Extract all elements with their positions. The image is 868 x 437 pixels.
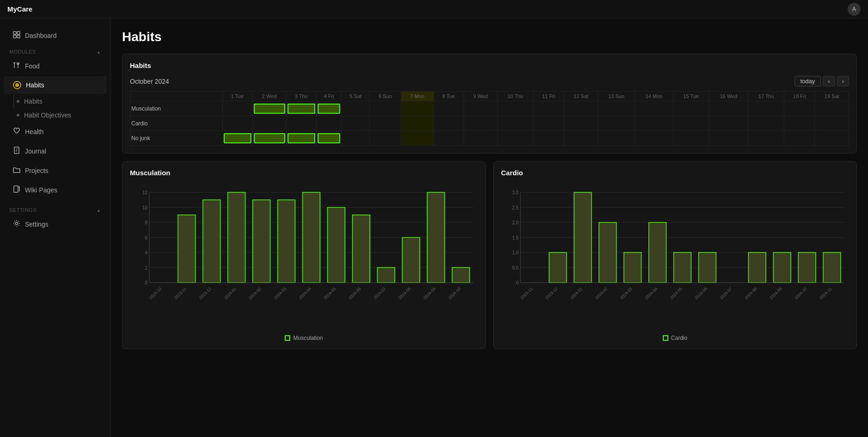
svg-rect-76 [599, 222, 617, 283]
projects-icon [13, 166, 20, 175]
musculation-chart-card: Musculation 0246810122023-102023-112023-… [122, 161, 486, 349]
sidebar-item-settings[interactable]: Settings [4, 215, 107, 234]
svg-text:2023-10: 2023-10 [148, 286, 162, 300]
svg-text:2023-11: 2023-11 [173, 286, 187, 300]
svg-point-15 [16, 222, 18, 225]
svg-text:2024-07: 2024-07 [373, 286, 386, 300]
habits-card-title: Habits [130, 62, 849, 69]
calendar-header: October 2024 today ‹ › [130, 76, 849, 86]
food-icon [13, 62, 20, 71]
calendar-grid: 1 Tue2 Wed3 Thu4 Fri5 Sat6 Sun7 Mon8 Tue… [130, 91, 849, 146]
settings-section: Settings ▲ [0, 203, 110, 215]
sidebar-label-settings: Settings [25, 221, 49, 228]
svg-text:1.0: 1.0 [512, 250, 519, 255]
sidebar-item-habits[interactable]: Habits [4, 76, 107, 94]
svg-rect-31 [178, 215, 196, 283]
svg-rect-91 [798, 252, 816, 283]
svg-rect-87 [748, 252, 766, 283]
cardio-svg: 00.51.01.52.02.53.02023-112023-122024-01… [501, 183, 849, 313]
dashboard-icon [13, 31, 20, 40]
svg-text:2024-01: 2024-01 [223, 286, 237, 300]
sidebar-label-dashboard: Dashboard [25, 32, 57, 39]
svg-rect-53 [452, 268, 470, 283]
sidebar-item-journal[interactable]: Journal [4, 142, 107, 160]
svg-text:2024-04: 2024-04 [644, 286, 658, 300]
sidebar-label-projects: Projects [25, 167, 49, 174]
sidebar-item-dashboard[interactable]: Dashboard [4, 26, 107, 45]
musculation-chart-container: 0246810122023-102023-112023-122024-01202… [130, 183, 478, 331]
sub-dot-objectives [17, 114, 19, 117]
svg-text:2024-01: 2024-01 [569, 286, 583, 300]
svg-text:2024-10: 2024-10 [794, 286, 807, 300]
cardio-legend-label: Cardio [671, 335, 687, 341]
sidebar-label-food: Food [25, 62, 40, 70]
sidebar-sub-habit-objectives[interactable]: Habit Objectives [0, 108, 110, 122]
svg-text:2024-05: 2024-05 [323, 286, 336, 300]
svg-text:2024-06: 2024-06 [348, 286, 361, 300]
svg-rect-49 [402, 238, 420, 283]
avatar[interactable]: A [848, 3, 861, 16]
svg-text:2023-12: 2023-12 [544, 286, 558, 300]
page-title: Habits [122, 30, 857, 44]
svg-text:0: 0 [145, 280, 147, 285]
sidebar-item-projects[interactable]: Projects [4, 161, 107, 180]
prev-button[interactable]: ‹ [823, 76, 835, 86]
sub-dot-habits [17, 100, 19, 103]
svg-rect-72 [549, 252, 567, 283]
svg-text:10: 10 [142, 205, 148, 210]
svg-rect-74 [574, 192, 592, 283]
today-button[interactable]: today [795, 76, 821, 86]
svg-text:6: 6 [145, 235, 147, 240]
journal-icon [13, 147, 20, 156]
svg-text:2024-02: 2024-02 [248, 286, 262, 300]
sidebar-label-health: Health [25, 128, 43, 135]
sidebar-sub-habits[interactable]: Habits [0, 94, 110, 108]
svg-rect-2 [13, 35, 16, 38]
musculation-legend-label: Musculation [293, 335, 323, 341]
svg-rect-45 [352, 215, 370, 283]
sidebar-label-wiki: Wiki Pages [25, 186, 57, 194]
sidebar-item-wiki[interactable]: Wiki Pages [4, 181, 107, 199]
musculation-chart-title: Musculation [130, 169, 478, 177]
svg-text:12: 12 [142, 190, 148, 195]
modules-section: Modules ▲ [0, 45, 110, 56]
svg-text:2024-10: 2024-10 [447, 286, 461, 300]
musculation-legend-box [285, 335, 290, 341]
topbar: MyCare A [0, 0, 868, 18]
habits-circle-icon [13, 81, 21, 89]
svg-text:2024-06: 2024-06 [694, 286, 708, 300]
svg-rect-47 [377, 268, 395, 283]
settings-icon [13, 220, 20, 229]
svg-text:4: 4 [145, 250, 147, 255]
svg-rect-93 [823, 252, 841, 283]
svg-text:2023-11: 2023-11 [520, 286, 533, 300]
cardio-chart-card: Cardio 00.51.01.52.02.53.02023-112023-12… [493, 161, 857, 349]
svg-text:2024-08: 2024-08 [744, 286, 758, 300]
wiki-icon [13, 185, 20, 195]
main-content: Habits Habits October 2024 today ‹ › 1 T… [111, 18, 868, 437]
modules-chevron: ▲ [97, 49, 101, 55]
svg-rect-33 [203, 200, 220, 283]
sidebar-label-journal: Journal [25, 148, 46, 155]
svg-text:2024-07: 2024-07 [719, 286, 733, 300]
svg-rect-39 [278, 200, 295, 283]
svg-rect-1 [17, 31, 20, 34]
svg-text:2.0: 2.0 [512, 220, 519, 225]
next-button[interactable]: › [837, 76, 849, 86]
svg-rect-82 [674, 252, 691, 283]
musculation-svg: 0246810122023-102023-112023-122024-01202… [130, 183, 478, 313]
svg-rect-37 [253, 200, 270, 283]
sidebar-item-health[interactable]: Health [4, 123, 107, 141]
habits-calendar-card: Habits October 2024 today ‹ › 1 Tue2 Wed… [122, 54, 857, 154]
svg-text:0.5: 0.5 [512, 265, 519, 271]
svg-rect-43 [328, 208, 345, 283]
sidebar-label-habits: Habits [26, 81, 44, 89]
svg-text:0: 0 [516, 280, 519, 285]
svg-rect-35 [228, 192, 245, 283]
cardio-chart-container: 00.51.01.52.02.53.02023-112023-122024-01… [501, 183, 849, 331]
svg-rect-80 [649, 222, 666, 283]
sidebar-item-food[interactable]: Food [4, 57, 107, 75]
svg-text:1.5: 1.5 [512, 235, 519, 240]
musculation-legend: Musculation [130, 335, 478, 341]
calendar-month: October 2024 [130, 78, 169, 85]
